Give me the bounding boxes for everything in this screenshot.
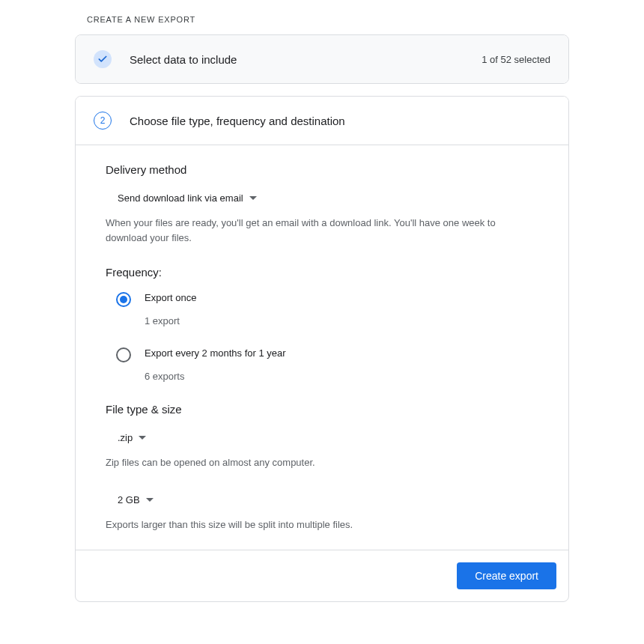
step1-header[interactable]: Select data to include 1 of 52 selected	[76, 35, 568, 83]
chevron-down-icon	[139, 436, 146, 440]
radio-content: Export every 2 months for 1 year 6 expor…	[145, 347, 286, 382]
delivery-method-dropdown[interactable]: Send download link via email	[118, 189, 257, 207]
check-icon	[94, 50, 112, 68]
radio-sublabel: 6 exports	[145, 371, 286, 382]
radio-label: Export once	[145, 292, 196, 303]
step2-body: Delivery method Send download link via e…	[76, 145, 568, 550]
create-export-button[interactable]: Create export	[457, 562, 556, 589]
step2-number-icon: 2	[94, 112, 112, 130]
radio-label: Export every 2 months for 1 year	[145, 347, 286, 359]
chevron-down-icon	[249, 196, 257, 200]
step2-footer: Create export	[76, 550, 568, 601]
chevron-down-icon	[146, 498, 154, 502]
delivery-method-label: Send download link via email	[118, 192, 243, 204]
page-title: CREATE A NEW EXPORT	[75, 15, 569, 24]
filetype-heading: File type & size	[106, 403, 538, 416]
step2-title: Choose file type, frequency and destinat…	[130, 115, 550, 127]
filetype-helper: Zip files can be opened on almost any co…	[106, 455, 538, 470]
step2-header: 2 Choose file type, frequency and destin…	[76, 97, 568, 145]
step1-title: Select data to include	[130, 53, 482, 66]
radio-icon	[116, 292, 131, 307]
filetype-dropdown[interactable]: .zip	[118, 429, 146, 446]
filesize-dropdown[interactable]: 2 GB	[118, 491, 154, 508]
radio-content: Export once 1 export	[145, 292, 196, 326]
frequency-heading: Frequency:	[106, 266, 538, 279]
delivery-helper: When your files are ready, you'll get an…	[106, 216, 538, 245]
delivery-heading: Delivery method	[106, 163, 538, 176]
step2-card: 2 Choose file type, frequency and destin…	[75, 96, 569, 602]
frequency-radio-group: Export once 1 export Export every 2 mont…	[116, 292, 538, 382]
frequency-option-once[interactable]: Export once 1 export	[116, 292, 538, 326]
frequency-option-periodic[interactable]: Export every 2 months for 1 year 6 expor…	[116, 347, 538, 382]
filesize-label: 2 GB	[118, 494, 140, 505]
step1-status: 1 of 52 selected	[482, 54, 550, 65]
radio-sublabel: 1 export	[145, 315, 196, 326]
filetype-label: .zip	[118, 432, 133, 443]
radio-icon	[116, 347, 131, 362]
step1-card: Select data to include 1 of 52 selected	[75, 34, 569, 84]
filesize-helper: Exports larger than this size will be sp…	[106, 517, 538, 532]
